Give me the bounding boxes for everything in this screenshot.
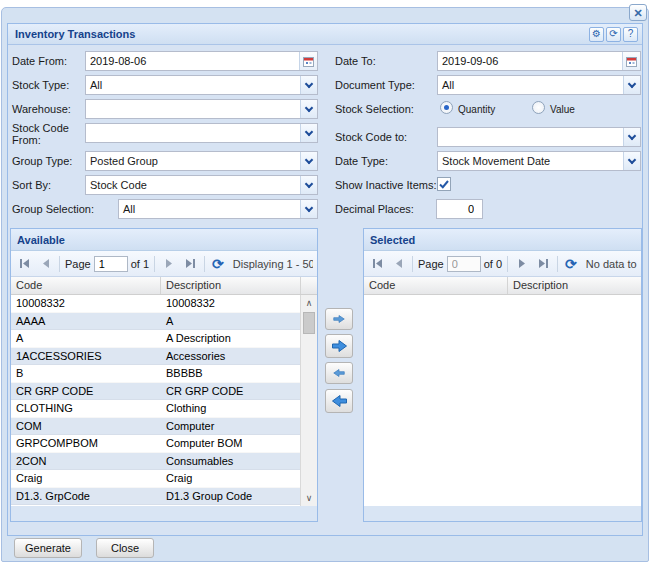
decimal-places-input[interactable] xyxy=(436,199,483,219)
table-row[interactable]: GRPCOMPBOMComputer BOM xyxy=(11,435,317,453)
column-header-spacer xyxy=(301,277,317,294)
column-header-code[interactable]: Code xyxy=(11,277,161,294)
chevron-down-icon[interactable] xyxy=(300,100,317,118)
table-row[interactable]: CR GRP CODECR GRP CODE xyxy=(11,383,317,401)
table-row[interactable]: COMComputer xyxy=(11,418,317,436)
chevron-down-icon[interactable] xyxy=(300,152,317,170)
group-type-value: Posted Group xyxy=(86,152,300,170)
refresh-icon[interactable]: ⟳ xyxy=(212,257,224,271)
scroll-up-icon[interactable]: ∧ xyxy=(301,295,317,311)
table-row[interactable]: CLOTHINGClothing xyxy=(11,400,317,418)
value-radio-label: Value xyxy=(550,104,575,115)
value-radio[interactable] xyxy=(532,101,545,114)
refresh-tool-button[interactable]: ⟳ xyxy=(606,27,621,42)
first-page-button[interactable] xyxy=(15,255,33,273)
scroll-down-icon[interactable]: ∨ xyxy=(301,490,317,506)
screen: ✕ Inventory Transactions ⚙ ⟳ ? Date From… xyxy=(0,0,650,566)
generate-button[interactable]: Generate xyxy=(14,538,82,558)
cell-code: 1ACCESSORIES xyxy=(11,348,161,365)
column-header-code[interactable]: Code xyxy=(364,277,508,294)
chevron-down-icon[interactable] xyxy=(300,176,317,194)
selected-status-text: No data to disp xyxy=(586,258,637,270)
available-grid-header: Code Description xyxy=(11,277,317,295)
show-inactive-checkbox[interactable] xyxy=(437,177,451,191)
next-page-button[interactable] xyxy=(513,255,531,273)
move-left-button[interactable] xyxy=(325,362,353,384)
group-selection-combo[interactable]: All xyxy=(118,199,318,219)
help-tool-button[interactable]: ? xyxy=(623,27,638,42)
chevron-down-icon[interactable] xyxy=(623,76,640,94)
panel-header: Inventory Transactions ⚙ ⟳ ? xyxy=(8,24,642,45)
date-type-combo[interactable]: Stock Movement Date xyxy=(437,151,641,171)
available-scrollbar[interactable]: ∧ ∨ xyxy=(300,295,317,506)
refresh-icon[interactable]: ⟳ xyxy=(565,257,577,271)
settings-tool-button[interactable]: ⚙ xyxy=(589,27,604,42)
last-page-icon xyxy=(538,258,549,269)
last-page-button[interactable] xyxy=(181,255,199,273)
date-type-value: Stock Movement Date xyxy=(438,152,623,170)
quantity-radio[interactable] xyxy=(440,101,453,114)
table-row[interactable]: AA Description xyxy=(11,330,317,348)
calendar-icon[interactable] xyxy=(622,52,640,70)
chevron-down-icon[interactable] xyxy=(300,124,317,142)
prev-page-button[interactable] xyxy=(36,255,54,273)
next-page-button[interactable] xyxy=(160,255,178,273)
available-page-input[interactable] xyxy=(94,256,128,272)
page-label: Page xyxy=(418,258,444,270)
stock-type-label: Stock Type: xyxy=(12,79,69,91)
table-row[interactable]: CraigCraig xyxy=(11,470,317,488)
toolbar-separator xyxy=(154,256,155,272)
prev-page-button[interactable] xyxy=(389,255,407,273)
date-from-input[interactable] xyxy=(86,52,299,70)
panel-title: Inventory Transactions xyxy=(15,28,135,40)
selected-panel: Selected Page of 0 ⟳ No data to disp Cod… xyxy=(363,228,642,522)
date-from-field[interactable] xyxy=(85,51,318,71)
help-icon: ? xyxy=(628,29,634,39)
cell-code: GRPCOMPBOM xyxy=(11,435,161,452)
first-page-button[interactable] xyxy=(368,255,386,273)
close-button-label: Close xyxy=(111,542,139,554)
stock-code-to-combo[interactable] xyxy=(437,127,641,147)
chevron-down-icon[interactable] xyxy=(300,200,317,218)
cell-code: A xyxy=(11,330,161,347)
table-row[interactable]: 1000833210008332 xyxy=(11,295,317,313)
move-right-button[interactable] xyxy=(325,308,353,330)
column-header-description[interactable]: Description xyxy=(508,277,641,294)
window-close-button[interactable]: ✕ xyxy=(629,4,647,21)
cell-description: CR GRP CODE xyxy=(161,383,301,400)
calendar-icon[interactable] xyxy=(299,52,317,70)
group-type-combo[interactable]: Posted Group xyxy=(85,151,318,171)
table-row[interactable]: BBBBBB xyxy=(11,365,317,383)
last-page-icon xyxy=(185,258,196,269)
date-to-field[interactable] xyxy=(437,51,641,71)
table-row[interactable]: 2CONConsumables xyxy=(11,453,317,471)
cell-description: BBBBB xyxy=(161,365,301,382)
scrollbar-thumb[interactable] xyxy=(303,312,315,334)
selected-panel-title: Selected xyxy=(370,234,415,246)
date-to-input[interactable] xyxy=(438,52,622,70)
group-type-label: Group Type: xyxy=(12,155,72,167)
document-type-combo[interactable]: All xyxy=(437,75,641,95)
chevron-down-icon[interactable] xyxy=(300,76,317,94)
move-all-right-button[interactable] xyxy=(325,334,353,358)
stock-code-from-combo[interactable] xyxy=(85,123,318,143)
move-all-left-button[interactable] xyxy=(325,389,353,413)
toolbar-separator xyxy=(557,256,558,272)
next-page-icon xyxy=(517,258,528,269)
table-row[interactable]: D1.3. GrpCodeD1.3 Group Code xyxy=(11,488,317,506)
chevron-down-icon[interactable] xyxy=(623,128,640,146)
sort-by-value: Stock Code xyxy=(86,176,300,194)
stock-selection-label: Stock Selection: xyxy=(335,103,414,115)
selected-page-input[interactable] xyxy=(447,256,481,272)
sort-by-combo[interactable]: Stock Code xyxy=(85,175,318,195)
warehouse-combo[interactable] xyxy=(85,99,318,119)
table-row[interactable]: AAAAA xyxy=(11,313,317,331)
close-button[interactable]: Close xyxy=(96,538,154,558)
stock-type-combo[interactable]: All xyxy=(85,75,318,95)
last-page-button[interactable] xyxy=(534,255,552,273)
column-header-description[interactable]: Description xyxy=(161,277,301,294)
page-of-label: of 0 xyxy=(484,258,502,270)
close-icon: ✕ xyxy=(633,7,642,19)
chevron-down-icon[interactable] xyxy=(623,152,640,170)
table-row[interactable]: 1ACCESSORIESAccessories xyxy=(11,348,317,366)
